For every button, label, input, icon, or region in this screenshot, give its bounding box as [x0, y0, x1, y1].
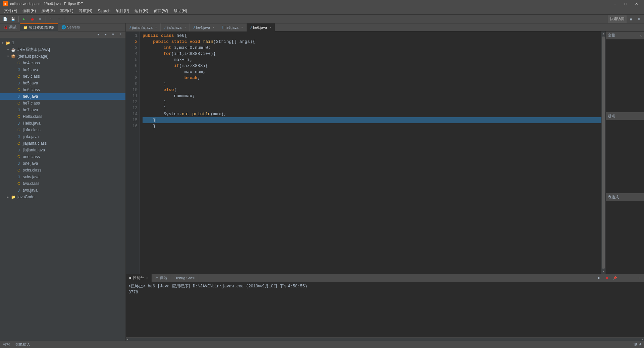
maximize-button[interactable]: □ — [621, 0, 631, 7]
console-close[interactable]: × — [147, 276, 148, 280]
scroll-up-button[interactable]: ▲ — [602, 31, 605, 36]
console-pin-button[interactable]: 📌 — [611, 274, 619, 282]
code-line[interactable]: break; — [143, 75, 603, 81]
menu-source[interactable]: 源码(S) — [39, 7, 57, 15]
scroll-thumb[interactable] — [602, 37, 605, 269]
tab-close[interactable]: × — [241, 26, 243, 29]
variables-close[interactable]: × — [640, 33, 642, 38]
tree-item[interactable]: Csxhs.class — [0, 167, 125, 173]
menu-search[interactable]: Search — [95, 7, 113, 15]
menu-file[interactable]: 文件(F) — [1, 7, 20, 15]
tree-item[interactable]: Jhe6.java — [0, 93, 125, 100]
tab-close[interactable]: × — [213, 26, 214, 29]
code-line[interactable]: } — [143, 123, 603, 129]
code-viewport[interactable]: public class he6{ public static void mai… — [140, 31, 605, 274]
menu-help[interactable]: 帮助(H) — [171, 7, 190, 15]
tree-item[interactable]: ▼📦(default package) — [0, 53, 125, 60]
settings-button[interactable]: ⚙ — [635, 15, 643, 23]
tab-servers[interactable]: 🌐 Servers — [58, 23, 83, 31]
menu-edit[interactable]: 编辑(E) — [20, 7, 39, 15]
editor-tab[interactable]: Jjiajianfa.java× — [126, 23, 161, 31]
code-line[interactable]: public static void main(String[] args){ — [143, 39, 603, 45]
code-line[interactable]: } — [143, 81, 603, 87]
h-scroll-right[interactable]: ▶ — [641, 338, 644, 341]
console-minimize[interactable]: − — [627, 274, 635, 282]
editor-tab[interactable]: Jhe5.java× — [218, 23, 247, 31]
editor-tab[interactable]: Jhe6.java× — [247, 23, 275, 31]
tree-item[interactable]: Che7.class — [0, 100, 125, 107]
tab-problems[interactable]: ⚠ 问题 — [152, 274, 171, 282]
console-options-button[interactable]: ⋮ — [619, 274, 627, 282]
editor-tab[interactable]: Jjiafa.java× — [161, 23, 190, 31]
save-button[interactable]: 💾 — [9, 15, 17, 23]
tab-console[interactable]: ■ 控制台 × — [126, 274, 152, 282]
tree-item[interactable]: CHello.class — [0, 113, 125, 120]
debug-button[interactable]: 🐞 — [29, 15, 36, 23]
close-button[interactable]: ✕ — [631, 0, 641, 7]
tab-close[interactable]: × — [155, 26, 157, 29]
tree-collapse-button[interactable]: ▼ — [95, 31, 102, 39]
tab-close[interactable]: × — [184, 26, 186, 29]
tree-item[interactable]: Che5.class — [0, 73, 125, 80]
menu-project[interactable]: 项目(P) — [113, 7, 132, 15]
code-line[interactable]: } — [143, 117, 603, 123]
tree-expand-button[interactable]: ▶ — [102, 31, 109, 39]
code-line[interactable]: } — [143, 99, 603, 105]
perspective-button[interactable]: ▣ — [627, 15, 635, 23]
console-clear-button[interactable]: ■ — [595, 274, 602, 282]
quick-access[interactable]: 快速访问 — [608, 15, 627, 23]
tab-debug[interactable]: 🐞 调试 — [0, 23, 20, 31]
new-button[interactable]: 📄 — [1, 15, 9, 23]
tree-item[interactable]: ▼☕JRE系统库 [JAVA] — [0, 46, 125, 53]
tree-item[interactable]: Jhe4.java — [0, 66, 125, 73]
code-line[interactable]: for(i=1;i<8888;i++){ — [143, 51, 603, 57]
tree-item[interactable]: Jjiajianfa.java — [0, 147, 125, 153]
external-tools-button[interactable]: ⚙ — [37, 15, 44, 23]
code-line[interactable]: int i,max=0,num=0; — [143, 45, 603, 51]
minimize-button[interactable]: – — [610, 0, 620, 7]
tree-item[interactable]: Che6.class — [0, 86, 125, 93]
tree-item[interactable]: Jhe7.java — [0, 107, 125, 113]
tree-item[interactable]: ▶📁javaCode — [0, 194, 125, 200]
code-line[interactable]: System.out.println(max); — [143, 111, 603, 117]
code-line[interactable]: max=num; — [143, 69, 603, 75]
next-edit-button[interactable]: → — [56, 15, 63, 23]
window-controls[interactable]: – □ ✕ — [610, 0, 641, 7]
tree-item[interactable]: Cone.class — [0, 153, 125, 160]
code-line[interactable]: public class he6{ — [143, 33, 603, 39]
console-maximize[interactable]: □ — [635, 274, 643, 282]
tree-item[interactable]: Jtwo.java — [0, 187, 125, 194]
tree-item[interactable]: Cjiafa.class — [0, 127, 125, 133]
scroll-down-button[interactable]: ▼ — [602, 269, 605, 274]
h-scroll-left[interactable]: ◀ — [126, 338, 129, 341]
run-button[interactable]: ▶ — [20, 15, 28, 23]
tree-item[interactable]: Che4.class — [0, 60, 125, 66]
code-line[interactable]: if(max>8888){ — [143, 63, 603, 69]
tree-item[interactable]: ▼📂1 — [0, 40, 125, 46]
menu-refactor[interactable]: 重构(T) — [57, 7, 76, 15]
code-line[interactable]: max+=i; — [143, 57, 603, 63]
tree-item[interactable]: Jone.java — [0, 160, 125, 167]
tree-item[interactable]: JHello.java — [0, 120, 125, 127]
menu-window[interactable]: 窗口(W) — [151, 7, 171, 15]
tree-filter-button[interactable]: ▼ — [109, 31, 117, 39]
code-line[interactable]: } — [143, 105, 603, 111]
console-stop-button[interactable]: ◼ — [603, 274, 610, 282]
menu-run[interactable]: 运行(R) — [132, 7, 151, 15]
menu-navigate[interactable]: 导航(N) — [76, 7, 95, 15]
tree-menu-button[interactable]: ⋮ — [117, 31, 124, 39]
code-editor[interactable]: 12345678910111213141516 public class he6… — [126, 31, 605, 274]
code-content[interactable]: public class he6{ public static void mai… — [140, 31, 605, 131]
tab-project-explorer[interactable]: 📁 项目资源管理器 — [20, 23, 58, 31]
code-line[interactable]: num=max; — [143, 93, 603, 99]
code-line[interactable]: else{ — [143, 87, 603, 93]
tree-item[interactable]: Ctwo.class — [0, 180, 125, 187]
editor-tab[interactable]: Jhe4.java× — [190, 23, 218, 31]
tree-item[interactable]: Jsxhs.java — [0, 173, 125, 180]
tree-item[interactable]: Jjiafa.java — [0, 133, 125, 140]
tab-close[interactable]: × — [270, 26, 271, 29]
tree-item[interactable]: Cjiajianfa.class — [0, 140, 125, 147]
tab-debug-shell[interactable]: Debug Shell — [171, 274, 198, 282]
prev-edit-button[interactable]: ← — [48, 15, 55, 23]
tree-item[interactable]: Jhe5.java — [0, 80, 125, 86]
